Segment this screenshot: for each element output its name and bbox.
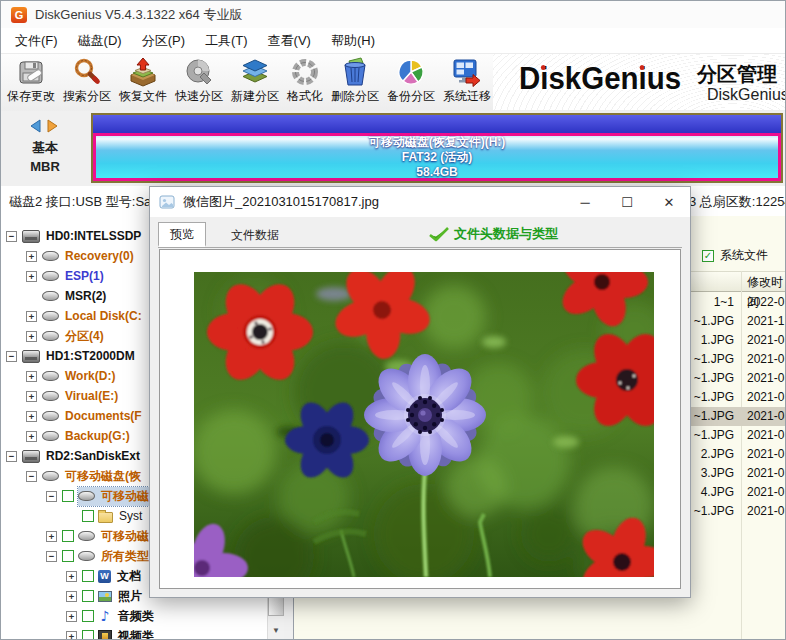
tree-item[interactable]: −HD1:ST2000DM (1, 346, 137, 366)
tree-item[interactable]: −所有类型 (1, 546, 151, 566)
tree-item[interactable]: +Documents(F (1, 406, 144, 426)
system-files-toggle[interactable]: ✓ 系统文件 (702, 247, 768, 264)
expander-icon[interactable]: − (46, 491, 57, 502)
expander-icon[interactable]: − (6, 451, 17, 462)
tree-item-label: 所有类型 (99, 547, 151, 566)
tab-preview[interactable]: 预览 (158, 222, 206, 247)
tree-item[interactable]: +照片 (1, 586, 144, 606)
expander-icon[interactable]: + (66, 631, 77, 640)
tree-checkbox[interactable] (62, 530, 74, 542)
tree-item-label: 可移动磁 (99, 527, 151, 546)
expander-icon[interactable]: − (6, 351, 17, 362)
tree-item[interactable]: +Recovery(0) (1, 246, 136, 266)
tree-item[interactable]: +视频类 (1, 626, 156, 639)
new-partition-button[interactable]: 新建分区 (227, 54, 283, 105)
tab-file-data[interactable]: 文件数据 (220, 224, 290, 247)
format-button[interactable]: 格式化 (283, 54, 327, 105)
disk-type-label: 基本 (1, 138, 89, 157)
scroll-down-icon[interactable]: ▼ (268, 623, 284, 639)
file-modified-time: 2021-0 (747, 483, 784, 502)
photo-icon (98, 591, 112, 602)
tree-item[interactable]: +ESP(1) (1, 266, 106, 286)
tree-item[interactable]: +Backup(G:) (1, 426, 132, 446)
music-icon: ♪ (98, 609, 112, 623)
system-migrate-icon (452, 57, 482, 87)
partition-name: 可移动磁盘(恢复文件)(H:) (369, 135, 506, 150)
preview-photo (194, 272, 654, 577)
tree-item-label: 分区(4) (63, 327, 106, 346)
file-modified-time: 2021-0 (747, 407, 784, 426)
menu-tools[interactable]: 工具(T) (195, 28, 258, 53)
partition-capacity: 58.4GB (416, 165, 457, 180)
expander-icon[interactable]: + (66, 571, 77, 582)
disk-banner-row: 基本 MBR 可移动磁盘(恢复文件)(H:) FAT32 (活动) 58.4GB (1, 111, 785, 186)
expander-icon[interactable]: + (66, 611, 77, 622)
dialog-maximize-button[interactable]: ☐ (606, 187, 648, 217)
backup-partition-button[interactable]: 备份分区 (383, 54, 439, 105)
system-migrate-button[interactable]: 系统迁移 (439, 54, 495, 105)
tree-item[interactable]: +♪音频类 (1, 606, 156, 626)
tree-item[interactable]: +Local Disk(C: (1, 306, 144, 326)
expander-icon[interactable]: + (46, 531, 57, 542)
system-files-checkbox[interactable]: ✓ (702, 250, 714, 262)
tree-checkbox[interactable] (82, 510, 94, 522)
tree-checkbox[interactable] (82, 610, 94, 622)
menu-view[interactable]: 查看(V) (258, 28, 321, 53)
expander-icon[interactable]: − (46, 551, 57, 562)
arrow-right-icon (48, 120, 57, 132)
brand-subtext: DiskGenius (707, 86, 785, 104)
partition-icon (42, 391, 59, 401)
tree-checkbox[interactable] (82, 570, 94, 582)
expander-icon[interactable]: + (26, 331, 37, 342)
tree-item[interactable]: +Syst (1, 506, 144, 526)
disk-nav-arrows[interactable] (27, 118, 63, 134)
disk-strip (93, 115, 781, 133)
expander-icon[interactable]: + (26, 391, 37, 402)
search-partition-button[interactable]: 搜索分区 (59, 54, 115, 105)
menu-disk[interactable]: 磁盘(D) (68, 28, 132, 53)
menu-partition[interactable]: 分区(P) (132, 28, 195, 53)
recover-files-button[interactable]: 恢复文件 (115, 54, 171, 105)
tree-checkbox[interactable] (62, 550, 74, 562)
brand-tagline: 分区管理 (697, 61, 777, 88)
tree-item[interactable]: −可移动磁 (1, 486, 151, 506)
file-modified-time: 2021-0 (747, 331, 784, 350)
tree-item[interactable]: +MSR(2) (1, 286, 108, 306)
tree-item[interactable]: +Virual(E:) (1, 386, 120, 406)
tree-item[interactable]: +分区(4) (1, 326, 106, 346)
partition-block[interactable]: 可移动磁盘(恢复文件)(H:) FAT32 (活动) 58.4GB (93, 133, 781, 181)
quick-partition-button[interactable]: 快速分区 (171, 54, 227, 105)
partition-banner[interactable]: 可移动磁盘(恢复文件)(H:) FAT32 (活动) 58.4GB (91, 113, 783, 183)
tree-checkbox[interactable] (62, 490, 74, 502)
tree-item[interactable]: +可移动磁 (1, 526, 151, 546)
tree-checkbox[interactable] (82, 630, 94, 639)
file-name: 1.JPG (701, 331, 734, 350)
save-changes-button[interactable]: 保存更改 (3, 54, 59, 105)
tree-item[interactable]: −HD0:INTELSSDP (1, 226, 143, 246)
partition-icon (42, 311, 59, 321)
tree-item-label: Virual(E:) (63, 388, 120, 404)
dialog-close-button[interactable]: ✕ (648, 187, 690, 217)
dialog-title-bar[interactable]: 微信图片_2021031015170817.jpg ─ ☐ ✕ (150, 187, 690, 217)
expander-icon[interactable]: + (26, 311, 37, 322)
tree-item[interactable]: +W文档 (1, 566, 143, 586)
tree-item[interactable]: −RD2:SanDiskExt (1, 446, 142, 466)
menu-file[interactable]: 文件(F) (5, 28, 68, 53)
delete-partition-button[interactable]: 删除分区 (327, 54, 383, 105)
expander-icon[interactable]: + (26, 411, 37, 422)
header-match-text: 文件头数据与类型 (454, 225, 558, 243)
title-bar: G DiskGenius V5.4.3.1322 x64 专业版 (1, 1, 785, 28)
expander-icon[interactable]: + (26, 271, 37, 282)
expander-icon[interactable]: − (26, 471, 37, 482)
menu-help[interactable]: 帮助(H) (321, 28, 385, 53)
expander-icon[interactable]: − (6, 231, 17, 242)
tree-checkbox[interactable] (82, 590, 94, 602)
dialog-minimize-button[interactable]: ─ (564, 187, 606, 217)
expander-icon[interactable]: + (26, 371, 37, 382)
tree-item[interactable]: +Work(D:) (1, 366, 117, 386)
tree-item[interactable]: −可移动磁盘(恢 (1, 466, 143, 486)
expander-icon[interactable]: + (26, 431, 37, 442)
tree-item-label: Recovery(0) (63, 248, 136, 264)
expander-icon[interactable]: + (66, 591, 77, 602)
expander-icon[interactable]: + (26, 251, 37, 262)
